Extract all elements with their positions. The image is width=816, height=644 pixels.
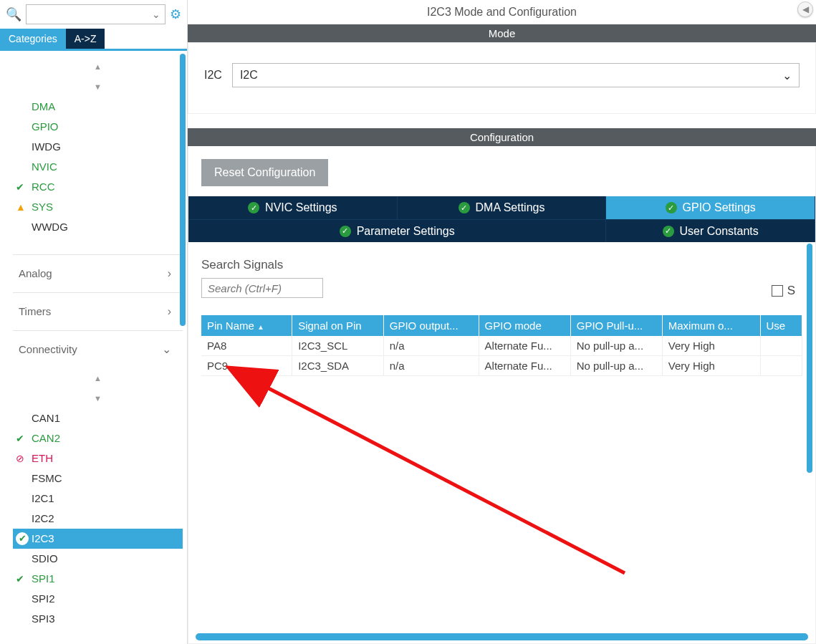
peripheral-search-combo[interactable]: ⌄ (26, 4, 165, 24)
sidebar-item-gpio[interactable]: GPIO (13, 117, 183, 137)
tab-label: GPIO Settings (683, 201, 756, 214)
chevron-icon: ⌄ (162, 340, 171, 360)
search-icon[interactable]: 🔍 (6, 6, 21, 22)
tree-section-timers[interactable]: Timers › (13, 292, 183, 330)
check-circle-icon: ✓ (248, 202, 259, 213)
sidebar-item-label: SPI1 (32, 572, 55, 585)
sidebar-item-label: SDIO (32, 552, 58, 564)
table-row[interactable]: PA8I2C3_SCLn/aAlternate Fu...No pull-up … (201, 336, 802, 356)
table-cell: Very High (662, 356, 760, 376)
search-signals-input[interactable] (201, 278, 323, 298)
tab-label: Parameter Settings (357, 225, 455, 238)
tab-parameter-settings[interactable]: ✓Parameter Settings (188, 219, 606, 242)
gpio-table: Pin Name ▲Signal on PinGPIO output...GPI… (201, 315, 802, 376)
ban-icon: ⊘ (16, 448, 24, 468)
check-circle-icon: ✓ (666, 202, 677, 213)
checkbox-icon (772, 285, 783, 297)
table-cell: I2C3_SDA (292, 356, 384, 376)
table-row[interactable]: PC9I2C3_SDAn/aAlternate Fu...No pull-up … (201, 356, 802, 376)
column-header[interactable]: GPIO Pull-u... (570, 315, 662, 336)
sidebar-item-iwdg[interactable]: IWDG (13, 137, 183, 157)
sidebar-item-spi2[interactable]: SPI2 (13, 589, 183, 609)
column-header[interactable]: GPIO mode (479, 315, 570, 336)
mode-section-header: Mode (188, 24, 816, 42)
sidebar-item-spi3[interactable]: SPI3 (13, 609, 183, 629)
collapse-button[interactable]: ◀ (797, 1, 813, 17)
tab-label: User Constants (680, 225, 759, 238)
check-circle-icon: ✔ (16, 532, 29, 545)
sidebar-item-wwdg[interactable]: WWDG (13, 217, 183, 237)
sidebar-item-i2c3[interactable]: ✔ I2C3 (13, 529, 183, 549)
left-tab-row: Categories A->Z (0, 29, 187, 51)
sidebar-item-label: SYS (32, 201, 53, 213)
config-scrollbar-thumb[interactable] (807, 244, 812, 473)
column-header[interactable]: Maximum o... (662, 315, 760, 336)
sidebar-item-can1[interactable]: CAN1 (13, 408, 183, 428)
checkbox-label-fragment: S (787, 284, 795, 298)
column-header[interactable]: Signal on Pin (292, 315, 384, 336)
sidebar-item-label: GPIO (32, 120, 59, 133)
table-cell (760, 356, 802, 376)
reset-configuration-button[interactable]: Reset Configuration (201, 159, 328, 186)
tree-section-label: Connectivity (19, 340, 77, 360)
tab-dma-settings[interactable]: ✓DMA Settings (398, 196, 607, 219)
sidebar-item-label: I2C2 (32, 512, 54, 524)
check-icon: ✔ (16, 177, 24, 197)
show-checkbox[interactable]: S (772, 284, 795, 298)
horizontal-scrollbar-thumb[interactable] (196, 633, 808, 640)
table-cell: No pull-up a... (570, 336, 662, 356)
tab-a-z[interactable]: A->Z (66, 29, 105, 49)
sort-arrows-icon[interactable]: ▲▼ (13, 368, 183, 408)
column-header[interactable]: Pin Name ▲ (201, 315, 292, 336)
sidebar-item-nvic[interactable]: NVIC (13, 157, 183, 177)
sort-asc-icon: ▲ (257, 323, 264, 331)
tab-categories[interactable]: Categories (0, 29, 66, 49)
sidebar-item-label: I2C3 (32, 532, 54, 544)
sidebar-item-label: I2C1 (32, 492, 54, 504)
config-tabs: ✓NVIC Settings ✓DMA Settings ✓GPIO Setti… (188, 196, 815, 242)
sidebar-item-label: WWDG (32, 221, 68, 233)
sidebar-item-label: SPI3 (32, 612, 55, 625)
sidebar-item-label: DMA (32, 100, 55, 112)
sidebar-item-label: CAN1 (32, 412, 60, 424)
table-cell: Alternate Fu... (479, 356, 570, 376)
chevron-down-icon: ⌄ (152, 9, 160, 20)
column-header[interactable]: Use (760, 315, 802, 336)
tab-nvic-settings[interactable]: ✓NVIC Settings (188, 196, 398, 219)
config-title: I2C3 Mode and Configuration ◀ (188, 0, 816, 24)
tab-user-constants[interactable]: ✓User Constants (606, 219, 815, 242)
sidebar-item-label: CAN2 (32, 432, 60, 444)
table-cell: n/a (383, 336, 479, 356)
chevron-icon: › (168, 264, 171, 284)
right-panel: I2C3 Mode and Configuration ◀ Mode I2C I… (188, 0, 816, 644)
search-row: 🔍 ⌄ ⚙ (0, 0, 187, 29)
sidebar-item-i2c1[interactable]: I2C1 (13, 489, 183, 509)
mode-block: I2C I2C ⌄ (188, 42, 816, 114)
tree-section-analog[interactable]: Analog › (13, 254, 183, 292)
sidebar-item-dma[interactable]: DMA (13, 97, 183, 117)
check-icon: ✔ (16, 428, 24, 448)
sidebar-item-eth[interactable]: ⊘ ETH (13, 448, 183, 468)
sidebar-item-i2c2[interactable]: I2C2 (13, 509, 183, 529)
sidebar-item-sdio[interactable]: SDIO (13, 549, 183, 569)
tree-section-connectivity[interactable]: Connectivity ⌄ (13, 330, 183, 368)
mode-select[interactable]: I2C ⌄ (232, 63, 800, 87)
config-section-header: Configuration (188, 128, 816, 146)
sort-arrows-icon[interactable]: ▲▼ (13, 57, 183, 97)
sidebar-item-label: FSMC (32, 472, 62, 484)
sidebar-item-sys[interactable]: ▲ SYS (13, 197, 183, 217)
chevron-down-icon: ⌄ (782, 69, 792, 82)
tree-section-label: Analog (19, 264, 52, 284)
tab-gpio-settings[interactable]: ✓GPIO Settings (606, 196, 815, 219)
column-header[interactable]: GPIO output... (383, 315, 479, 336)
check-circle-icon: ✓ (459, 202, 470, 213)
sidebar-item-fsmc[interactable]: FSMC (13, 468, 183, 489)
sidebar-item-label: SPI2 (32, 592, 55, 605)
sidebar-item-rcc[interactable]: ✔ RCC (13, 177, 183, 197)
table-cell: Very High (662, 336, 760, 356)
tab-label: NVIC Settings (265, 201, 337, 214)
sidebar-item-label: RCC (32, 181, 55, 193)
sidebar-item-spi1[interactable]: ✔ SPI1 (13, 569, 183, 589)
gear-icon[interactable]: ⚙ (170, 6, 181, 22)
sidebar-item-can2[interactable]: ✔ CAN2 (13, 428, 183, 448)
